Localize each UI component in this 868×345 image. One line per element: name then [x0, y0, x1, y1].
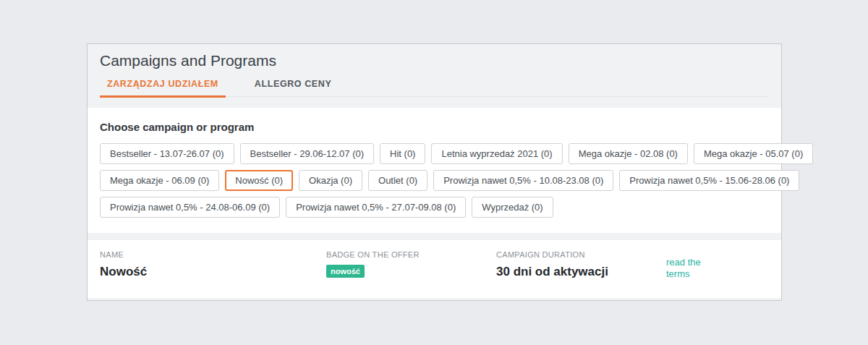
campaign-chip-prowizja-nawet-0-5-27-07-09-08-0[interactable]: Prowizja nawet 0,5% - 27.07-09.08 (0) — [286, 197, 466, 218]
campaign-chip-prowizja-nawet-0-5-15-06-28-06-0[interactable]: Prowizja nawet 0,5% - 15.06-28.06 (0) — [619, 170, 799, 191]
campaign-picker-heading: Choose campaign or program — [100, 121, 769, 133]
page-title: Campaigns and Programs — [100, 51, 769, 70]
campaign-chip-mega-okazje-02-08-0[interactable]: Mega okazje - 02.08 (0) — [569, 143, 688, 164]
chip-row: Bestseller - 13.07-26.07 (0)Bestseller -… — [100, 143, 769, 164]
campaign-details-panel: NAME Nowość BADGE ON THE OFFER nowość CA… — [88, 240, 781, 298]
campaign-chip-mega-okazje-05-07-0[interactable]: Mega okazje - 05.07 (0) — [694, 143, 813, 164]
campaign-chip-bestseller-29-06-12-07-0[interactable]: Bestseller - 29.06-12.07 (0) — [240, 143, 375, 164]
campaign-chip-outlet-0[interactable]: Outlet (0) — [368, 170, 427, 191]
campaign-chip-bestseller-13-07-26-07-0[interactable]: Bestseller - 13.07-26.07 (0) — [100, 143, 234, 164]
detail-name-column: NAME Nowość — [100, 250, 326, 279]
card-header: Campaigns and Programs ZARZĄDZAJ UDZIAŁE… — [88, 44, 781, 97]
campaign-chip-mega-okazje-06-09-0[interactable]: Mega okazje - 06.09 (0) — [100, 170, 219, 191]
campaign-chip-rows: Bestseller - 13.07-26.07 (0)Bestseller -… — [100, 143, 769, 218]
chip-row: Mega okazje - 06.09 (0)Nowość (0)Okazja … — [100, 170, 769, 191]
campaign-chip-prowizja-nawet-0-5-10-08-23-08-0[interactable]: Prowizja nawet 0,5% - 10.08-23.08 (0) — [433, 170, 613, 191]
campaign-chip-letnia-wyprzeda-2021-0[interactable]: Letnia wyprzedaż 2021 (0) — [431, 143, 562, 164]
badge-label: BADGE ON THE OFFER — [326, 250, 496, 260]
tabs: ZARZĄDZAJ UDZIAŁEMALLEGRO CENY — [100, 79, 769, 97]
campaign-chip-wyprzeda-0[interactable]: Wyprzedaż (0) — [472, 197, 553, 218]
detail-link-column: read the terms — [666, 250, 712, 280]
duration-label: CAMPAIGN DURATION — [496, 250, 666, 260]
campaign-chip-nowo-0[interactable]: Nowość (0) — [225, 170, 293, 191]
campaign-picker-panel: Choose campaign or program Bestseller - … — [88, 108, 781, 233]
campaign-chip-okazja-0[interactable]: Okazja (0) — [299, 170, 362, 191]
name-value: Nowość — [100, 265, 326, 279]
name-label: NAME — [100, 250, 326, 260]
detail-badge-column: BADGE ON THE OFFER nowość — [326, 250, 496, 278]
offer-badge: nowość — [326, 265, 365, 278]
campaign-chip-prowizja-nawet-0-5-24-08-06-09-0[interactable]: Prowizja nawet 0,5% - 24.08-06.09 (0) — [100, 197, 280, 218]
read-terms-link[interactable]: read the terms — [666, 257, 712, 280]
duration-value: 30 dni od aktywacji — [496, 265, 666, 279]
tab-zarz-dzaj-udzia-em[interactable]: ZARZĄDZAJ UDZIAŁEM — [100, 79, 226, 96]
campaign-chip-hit-0[interactable]: Hit (0) — [380, 143, 425, 164]
tab-allegro-ceny[interactable]: ALLEGRO CENY — [247, 79, 339, 96]
campaigns-card: Campaigns and Programs ZARZĄDZAJ UDZIAŁE… — [87, 43, 782, 301]
detail-duration-column: CAMPAIGN DURATION 30 dni od aktywacji — [496, 250, 666, 279]
chip-row: Prowizja nawet 0,5% - 24.08-06.09 (0)Pro… — [100, 197, 769, 218]
